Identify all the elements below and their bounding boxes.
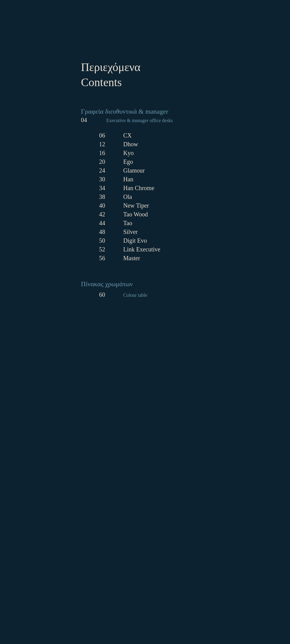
item-page-number: 20 — [81, 158, 105, 165]
colour-row: 60 Colour table — [81, 291, 278, 298]
items-list: 06CX12Dhow16Kyo20Ego24Glamour30Han34Han … — [81, 132, 278, 262]
item-page-number: 48 — [81, 228, 105, 235]
item-name: Link Executive — [123, 246, 160, 253]
content-area: Περιεχόμενα Contents Γραφεία διευθυντικά… — [0, 0, 290, 359]
category-block: Γραφεία διευθυντικά & manager 04 Executi… — [81, 107, 278, 124]
colour-section-greek: Πίνακας χρωμάτων — [81, 280, 278, 289]
item-name: Han Chrome — [123, 185, 154, 192]
list-item: 42Tao Wood — [81, 211, 278, 218]
item-name: Ola — [123, 193, 132, 200]
item-page-number: 38 — [81, 193, 105, 200]
colour-section: Πίνακας χρωμάτων 60 Colour table — [81, 280, 278, 299]
list-item: 48Silver — [81, 228, 278, 235]
item-name: CX — [123, 132, 132, 139]
list-item: 38Ola — [81, 193, 278, 200]
list-item: 30Han — [81, 176, 278, 183]
title-greek: Περιεχόμενα — [81, 60, 278, 74]
item-name: Glamour — [123, 167, 145, 174]
item-page-number: 06 — [81, 132, 105, 139]
list-item: 56Master — [81, 255, 278, 262]
item-page-number: 24 — [81, 167, 105, 174]
list-item: 50Digit Evo — [81, 237, 278, 244]
list-item: 20Ego — [81, 158, 278, 165]
item-name: Tao Wood — [123, 211, 148, 218]
item-name: Tao — [123, 220, 132, 227]
item-name: Ego — [123, 158, 133, 165]
item-page-number: 44 — [81, 220, 105, 227]
item-name: Han — [123, 176, 133, 183]
list-item: 24Glamour — [81, 167, 278, 174]
item-page-number: 30 — [81, 176, 105, 183]
colour-section-english: Colour table — [123, 293, 147, 298]
list-item: 12Dhow — [81, 141, 278, 148]
item-page-number: 16 — [81, 150, 105, 157]
item-name: Master — [123, 255, 140, 262]
category-english-label: Executive & manager office desks — [106, 118, 173, 123]
page-container: Περιεχόμενα Contents Γραφεία διευθυντικά… — [0, 0, 290, 644]
list-item: 16Kyo — [81, 150, 278, 157]
list-item: 34Han Chrome — [81, 185, 278, 192]
list-item: 40New Tiper — [81, 202, 278, 209]
item-name: Kyo — [123, 150, 134, 157]
item-name: Digit Evo — [123, 237, 147, 244]
list-item: 44Tao — [81, 220, 278, 227]
item-name: Silver — [123, 228, 138, 235]
item-page-number: 40 — [81, 202, 105, 209]
item-page-number: 34 — [81, 185, 105, 192]
item-page-number: 50 — [81, 237, 105, 244]
item-page-number: 52 — [81, 246, 105, 253]
item-page-number: 42 — [81, 211, 105, 218]
category-page-number: 04 — [81, 117, 87, 124]
item-name: New Tiper — [123, 202, 149, 209]
item-name: Dhow — [123, 141, 138, 148]
header-block: Περιεχόμενα Contents — [81, 60, 278, 89]
colour-page-number: 60 — [81, 291, 105, 298]
list-item: 52Link Executive — [81, 246, 278, 253]
item-page-number: 56 — [81, 255, 105, 262]
title-english: Contents — [81, 76, 278, 89]
category-greek: Γραφεία διευθυντικά & manager — [81, 107, 278, 116]
item-page-number: 12 — [81, 141, 105, 148]
list-item: 06CX — [81, 132, 278, 139]
